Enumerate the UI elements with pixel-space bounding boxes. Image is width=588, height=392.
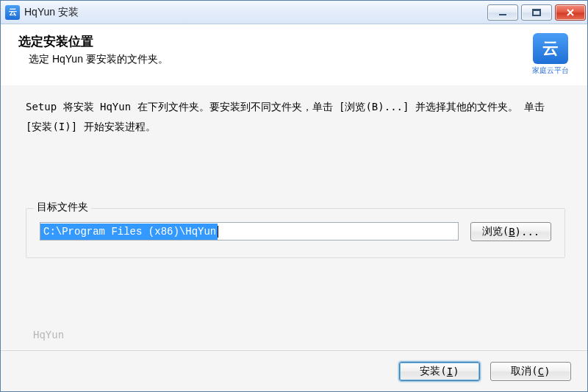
header-text: 选定安装位置 选定 HqYun 要安装的文件夹。: [18, 33, 168, 66]
instructions-text: Setup 将安装 HqYun 在下列文件夹。要安装到不同文件夹，单击 [浏览(…: [26, 97, 565, 136]
cloud-icon-glyph: 云: [542, 38, 559, 60]
close-button[interactable]: [555, 4, 586, 21]
footer-brand: HqYun: [26, 329, 565, 342]
install-label-suffix: ): [453, 366, 459, 377]
minimize-button[interactable]: [487, 4, 518, 21]
install-path-input[interactable]: C:\Program Files (x86)\HqYun: [40, 222, 459, 240]
footer-bar: 安装(I) 取消(C): [1, 350, 587, 391]
page-subtitle: 选定 HqYun 要安装的文件夹。: [29, 53, 168, 66]
destination-group: 目标文件夹 C:\Program Files (x86)\HqYun 浏览(B)…: [26, 208, 565, 258]
install-path-value: C:\Program Files (x86)\HqYun: [40, 224, 218, 240]
minimize-icon: [498, 8, 508, 17]
cancel-label-suffix: ): [544, 366, 550, 377]
titlebar[interactable]: 云 HqYun 安装: [1, 1, 587, 24]
maximize-icon: [531, 8, 542, 17]
close-icon: [565, 8, 576, 17]
install-label-prefix: 安装(: [420, 365, 446, 378]
body-area: Setup 将安装 HqYun 在下列文件夹。要安装到不同文件夹，单击 [浏览(…: [1, 85, 587, 349]
destination-legend: 目标文件夹: [34, 201, 91, 214]
window-controls: [487, 1, 586, 24]
brand-caption: 家庭云平台: [530, 65, 571, 76]
cancel-label-prefix: 取消(: [511, 365, 537, 378]
cancel-hotkey: C: [538, 366, 544, 377]
page-title: 选定安装位置: [18, 33, 168, 50]
brand-logo: 云 家庭云平台: [530, 33, 571, 76]
install-button[interactable]: 安装(I): [399, 362, 480, 381]
cloud-icon: 云: [533, 33, 568, 64]
window-title: HqYun 安装: [24, 6, 487, 19]
maximize-button[interactable]: [521, 4, 552, 21]
cancel-button[interactable]: 取消(C): [490, 362, 571, 381]
app-icon-glyph: 云: [9, 7, 17, 18]
destination-row: C:\Program Files (x86)\HqYun 浏览(B)...: [40, 222, 551, 241]
browse-button[interactable]: 浏览(B)...: [470, 222, 551, 241]
install-hotkey: I: [447, 366, 453, 377]
browse-label-prefix: 浏览(: [482, 225, 509, 238]
browse-hotkey: B: [509, 226, 514, 238]
header-panel: 选定安装位置 选定 HqYun 要安装的文件夹。 云 家庭云平台: [1, 24, 587, 85]
installer-window: 云 HqYun 安装 选定安装位置 选定 HqYun 要安装的文件夹。 云 家庭…: [0, 0, 588, 392]
app-icon: 云: [5, 5, 20, 20]
text-caret: [218, 226, 218, 238]
browse-label-suffix: )...: [515, 226, 540, 238]
